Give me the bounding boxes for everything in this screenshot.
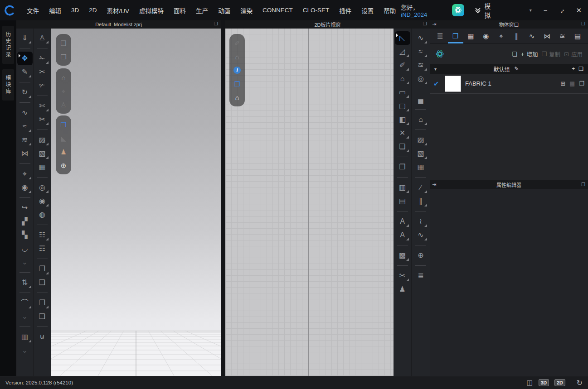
toolbar-options-caret[interactable]: ▾ — [530, 8, 532, 13]
show-curve-pen[interactable]: ✐ — [230, 36, 244, 50]
tab-fold[interactable]: ≋ — [555, 29, 569, 43]
transform-pattern[interactable]: ◺ — [395, 31, 410, 45]
select-garment[interactable]: ⌂ — [413, 113, 428, 126]
show-garment[interactable]: ⌂ — [57, 71, 70, 84]
reset-view-icon[interactable]: ↻ — [577, 379, 583, 387]
grading-ruler[interactable]: ▥ — [395, 181, 410, 194]
shirring-edge[interactable]: ∿ — [413, 228, 428, 242]
move-tool[interactable]: ✥ — [17, 52, 33, 65]
viewport-2d[interactable]: ✐⌂i❐⌂ — [225, 29, 394, 376]
menu-item-material-uv[interactable]: 素材/UV — [102, 3, 135, 18]
tab-history[interactable]: 历史记录 — [2, 26, 14, 64]
iron-press[interactable]: ▄ — [413, 92, 428, 106]
show-pattern[interactable]: ⌂ — [230, 50, 244, 63]
cut-sew-tool[interactable]: ✂ — [395, 269, 410, 283]
rectangle-pattern[interactable]: ▭ — [395, 86, 410, 99]
clo-connect-app-icon[interactable] — [452, 4, 464, 16]
brush-select[interactable]: ✎ — [17, 65, 33, 79]
minimize-button[interactable]: − — [544, 7, 548, 14]
fabric-swatch[interactable] — [445, 76, 461, 92]
walk-avatar[interactable]: ♙ — [34, 31, 50, 45]
trace-pattern[interactable]: ❏ — [395, 140, 410, 154]
fabric-roll-2[interactable]: ❑ — [34, 276, 50, 289]
show-fabric-2d[interactable]: ❐ — [230, 77, 244, 91]
fit-sewing[interactable]: ⋈ — [17, 147, 33, 160]
add-folder-button[interactable]: ❏ — [512, 51, 517, 58]
view-3d-badge[interactable]: 3D — [539, 379, 549, 386]
tab-fabric[interactable]: ❐ — [448, 29, 463, 43]
view-cube[interactable]: ❒ — [57, 36, 70, 50]
fabric-grid-icon[interactable]: ▦ — [569, 80, 575, 87]
needle-pin[interactable]: ◉ — [17, 181, 33, 194]
tab-puckering[interactable]: ⋈ — [540, 29, 554, 43]
menu-item-settings[interactable]: 设置 — [356, 3, 379, 18]
tab-trim[interactable]: ▤ — [570, 29, 585, 43]
binding-tool[interactable]: ⊎ — [34, 330, 50, 344]
fabric-group-row[interactable]: ▾ 默认组 ✎ + ❏ — [430, 64, 588, 74]
popout-icon[interactable]: ❐ — [214, 21, 218, 26]
fabric-duplicate-icon[interactable]: ❐ — [579, 80, 584, 87]
tape-measure[interactable]: ⌒ — [17, 296, 33, 310]
group-collapse-caret[interactable]: ▾ — [434, 67, 441, 72]
garment-pins[interactable]: ❐ — [57, 50, 70, 63]
flatten-garment-3[interactable]: ✃ — [34, 79, 50, 92]
show-arrangement[interactable]: ◣ — [57, 131, 70, 145]
menu-item-fabric[interactable]: 面料 — [169, 3, 191, 18]
free-sewing-2d[interactable]: ≈ — [413, 45, 428, 58]
segment-sewing[interactable]: ∿ — [17, 106, 33, 120]
buttonhole-lock[interactable]: ◍ — [34, 208, 50, 221]
tab-texture[interactable]: ▦ — [463, 29, 478, 43]
close-button[interactable]: ✕ — [576, 7, 582, 14]
collapse-panel-icon[interactable]: ⇥ — [432, 21, 436, 27]
texture-garment[interactable]: ▧ — [34, 147, 50, 160]
menu-item-edit[interactable]: 编辑 — [44, 3, 66, 18]
fabric-roll[interactable]: ❒ — [34, 262, 50, 276]
show-grid-globe[interactable]: ⊕ — [57, 158, 70, 172]
free-sewing[interactable]: ≈ — [17, 120, 33, 133]
inspect-sewing[interactable]: ◎ — [413, 72, 428, 86]
pin-tool[interactable]: ⌖ — [17, 167, 33, 181]
username-link[interactable]: iND_2024 — [401, 11, 427, 18]
popout-icon[interactable]: ❐ — [581, 21, 585, 26]
tab-module-library[interactable]: 模块库 — [2, 69, 14, 101]
menu-item-clo-set[interactable]: CLO-SET — [298, 4, 335, 16]
text-tool[interactable]: A — [395, 215, 410, 228]
fold-arrangement[interactable]: ❒ — [395, 160, 410, 174]
fabric-roll-3[interactable]: ❒ — [34, 296, 50, 310]
expand-more[interactable]: ⌄ — [17, 344, 33, 357]
zipper-tool[interactable]: ☷ — [34, 228, 50, 242]
pleats-2d[interactable]: ≣ — [413, 269, 428, 283]
texture-garment-2[interactable]: ▦ — [34, 160, 50, 174]
text-style[interactable]: A — [395, 228, 410, 242]
edit-pattern[interactable]: ◿ — [395, 45, 410, 58]
drape-garment[interactable]: ◡ — [17, 242, 33, 255]
download-pattern[interactable]: ⇓ — [17, 31, 33, 45]
add-group-icon[interactable]: + — [572, 66, 575, 72]
texture-garment-2d[interactable]: ▧ — [413, 147, 428, 160]
fabric-add-icon[interactable]: ⊞ — [560, 80, 565, 87]
popout-icon[interactable]: ❐ — [423, 21, 427, 26]
tab-shirring[interactable]: ∿ — [525, 29, 539, 43]
topstitch-edge[interactable]: ∥ — [413, 194, 428, 208]
fabric-list-item[interactable]: ✔ FABRIC 1 ⊞ ▦ ❐ — [430, 74, 588, 94]
fabric-roll-4[interactable]: ❑ — [34, 310, 50, 323]
menu-item-file[interactable]: 文件 — [22, 3, 44, 18]
topstitch-line[interactable]: ∕ — [413, 181, 428, 194]
pleats-tool[interactable]: ▩ — [395, 249, 410, 262]
rotate-garment[interactable]: ↻ — [17, 86, 33, 99]
view-2d-badge[interactable]: 2D — [554, 379, 565, 386]
polygon-pattern[interactable]: ⌂ — [395, 72, 410, 86]
show-lock-pattern[interactable]: ⌂ — [230, 91, 244, 104]
zipper-pull[interactable]: ☶ — [34, 242, 50, 255]
tab-list[interactable]: ☰ — [433, 29, 447, 43]
notch-tool[interactable]: ✕ — [395, 126, 410, 140]
viewport-3d[interactable]: ❒❐ ⌂⌖♙ ❐◣♟⊕ — [51, 29, 221, 376]
show-avatar[interactable]: ♙ — [57, 98, 70, 111]
flatten-garment-2[interactable]: ✂ — [34, 65, 50, 79]
simulate-button[interactable]: 模拟 — [474, 1, 497, 19]
shirring-vertical[interactable]: ≀ — [413, 215, 428, 228]
mn-sewing-2d[interactable]: ≋ — [413, 58, 428, 72]
fabric-selected-check-icon[interactable]: ✔ — [433, 80, 441, 88]
unfold-garment[interactable]: ✄ — [34, 99, 50, 113]
tab-topstitch[interactable]: ∥ — [509, 29, 524, 43]
